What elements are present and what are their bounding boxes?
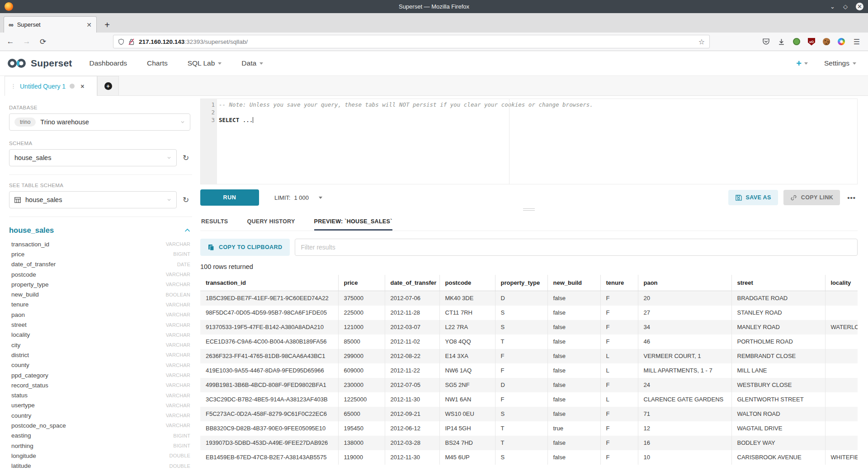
nav-dashboards[interactable]: Dashboards (89, 59, 127, 67)
table-cell: S (495, 306, 547, 320)
schema-column[interactable]: districtVARCHAR (11, 350, 190, 360)
column-header[interactable]: tenure (600, 275, 638, 291)
column-header[interactable]: price (338, 275, 385, 291)
column-header[interactable]: date_of_transfer (385, 275, 439, 291)
schema-column[interactable]: cityVARCHAR (11, 340, 190, 350)
ublock-origin-icon[interactable]: uO (808, 38, 815, 46)
url-text[interactable]: 217.160.120.143:32393/superset/sqllab/ (139, 38, 694, 45)
window-minimize-icon[interactable]: ⌄ (830, 4, 835, 9)
bookmark-star-icon[interactable]: ☆ (698, 38, 705, 46)
run-button[interactable]: RUN (200, 189, 259, 206)
schema-column[interactable]: northingBIGINT (11, 441, 190, 451)
table-cell: PORTHOLME ROAD (731, 334, 825, 349)
tab-close-icon[interactable]: ✕ (86, 21, 92, 28)
table-cell: false (547, 349, 600, 363)
drag-handle-icon[interactable]: ⋮ (10, 83, 16, 89)
nav-charts[interactable]: Charts (147, 59, 168, 67)
column-name: new_build (11, 291, 39, 298)
menu-icon[interactable]: ☰ (853, 38, 861, 46)
column-header[interactable]: paon (638, 275, 731, 291)
limit-dropdown[interactable]: LIMIT: 1 000 (274, 194, 322, 201)
editor-code[interactable]: -- Note: Unless you save your query, the… (217, 99, 857, 184)
schema-select[interactable]: house_sales (9, 149, 177, 166)
refresh-tables-icon[interactable]: ↻ (181, 195, 190, 205)
table-icon (14, 197, 21, 203)
query-tab-title[interactable]: Untitled Query 1 (20, 83, 66, 90)
schema-column[interactable]: eastingBIGINT (11, 431, 190, 441)
back-button[interactable]: ← (5, 37, 15, 46)
schema-column-list: transaction_idVARCHARpriceBIGINTdate_of_… (9, 239, 190, 471)
window-maximize-icon[interactable]: ◇ (843, 4, 848, 9)
schema-column[interactable]: localityVARCHAR (11, 330, 190, 340)
column-header[interactable]: property_type (495, 275, 547, 291)
schema-column[interactable]: streetVARCHAR (11, 320, 190, 330)
consent-extension-icon[interactable] (838, 38, 845, 45)
copy-to-clipboard-button[interactable]: COPY TO CLIPBOARD (200, 239, 290, 256)
table-cell: MILL LANE (731, 363, 825, 378)
query-tab-close-icon[interactable]: × (80, 83, 84, 90)
pocket-icon[interactable] (762, 38, 770, 46)
column-header[interactable]: locality (825, 275, 858, 291)
table-cell: NW1 6AN (439, 392, 495, 407)
schema-column[interactable]: countryVARCHAR (11, 410, 190, 420)
pane-resize-handle[interactable] (200, 207, 858, 212)
schema-column[interactable]: postcodeVARCHAR (11, 269, 190, 279)
save-as-button[interactable]: SAVE AS (728, 190, 778, 205)
column-name: ppd_category (11, 372, 48, 379)
insecure-lock-icon[interactable] (128, 38, 135, 45)
schema-column[interactable]: paonVARCHAR (11, 310, 190, 320)
schema-column[interactable]: new_buildBOOLEAN (11, 289, 190, 299)
schema-column[interactable]: transaction_idVARCHAR (11, 239, 190, 249)
tab-query-history[interactable]: QUERY HISTORY (247, 218, 295, 231)
schema-column[interactable]: postcode_no_spaceVARCHAR (11, 420, 190, 430)
schema-column[interactable]: statusVARCHAR (11, 390, 190, 400)
schema-column[interactable]: ppd_categoryVARCHAR (11, 370, 190, 380)
table-schema-header[interactable]: house_sales (9, 226, 190, 235)
address-bar[interactable]: 217.160.120.143:32393/superset/sqllab/ ☆ (113, 35, 710, 48)
schema-column[interactable]: priceBIGINT (11, 249, 190, 259)
sql-editor[interactable]: 1 2 3 -- Note: Unless you save your quer… (200, 99, 858, 184)
collapse-chevron-icon[interactable] (184, 228, 190, 232)
table-cell: BB8320C9-D82B-4B37-90E0-9FEE05095E10 (200, 421, 338, 436)
new-query-tab-button[interactable]: + (97, 76, 119, 96)
filter-results-input[interactable] (295, 239, 858, 256)
new-tab-button[interactable]: + (99, 17, 115, 33)
nav-data[interactable]: Data (241, 59, 263, 67)
database-select[interactable]: trino Trino warehouse (9, 113, 190, 131)
table-name-link[interactable]: house_sales (9, 226, 54, 235)
schema-column[interactable]: usertypeVARCHAR (11, 400, 190, 410)
column-header[interactable]: street (731, 275, 825, 291)
table-cell: F (600, 306, 638, 320)
refresh-schemas-icon[interactable]: ↻ (181, 153, 190, 163)
browser-tab[interactable]: ∞ Superset ✕ (4, 16, 97, 33)
chevron-down-icon (180, 120, 185, 124)
schema-column[interactable]: countyVARCHAR (11, 360, 190, 370)
window-close-icon[interactable]: ✕ (856, 3, 863, 10)
add-new-button[interactable]: + (796, 58, 808, 69)
table-select[interactable]: house_sales (9, 191, 177, 208)
reload-button[interactable]: ⟳ (38, 37, 48, 47)
settings-menu[interactable]: Settings (824, 59, 856, 67)
schema-column[interactable]: latitudeDOUBLE (11, 461, 190, 471)
query-tab[interactable]: ⋮ Untitled Query 1 × (5, 76, 97, 96)
schema-column[interactable]: tenureVARCHAR (11, 300, 190, 310)
nav-sql-lab[interactable]: SQL Lab (188, 59, 222, 67)
schema-column[interactable]: record_statusVARCHAR (11, 380, 190, 390)
column-header[interactable]: transaction_id (200, 275, 338, 291)
schema-column[interactable]: property_typeVARCHAR (11, 279, 190, 289)
tab-results[interactable]: RESULTS (201, 218, 228, 231)
schema-column[interactable]: longitudeDOUBLE (11, 451, 190, 461)
copy-icon (208, 244, 214, 251)
privacy-badger-icon[interactable] (793, 38, 800, 45)
downloads-icon[interactable] (778, 38, 785, 46)
tracking-shield-icon[interactable] (118, 38, 124, 45)
tab-preview[interactable]: PREVIEW: `HOUSE_SALES` (314, 218, 392, 231)
column-header[interactable]: new_build (547, 275, 600, 291)
schema-column[interactable]: date_of_transferDATE (11, 259, 190, 269)
superset-brand[interactable]: Superset (6, 57, 72, 69)
copy-link-button[interactable]: COPY LINK (783, 190, 840, 205)
cookie-extension-icon[interactable] (823, 38, 830, 45)
column-name: latitude (11, 462, 31, 469)
column-header[interactable]: postcode (439, 275, 495, 291)
more-actions-button[interactable]: ••• (845, 194, 858, 202)
